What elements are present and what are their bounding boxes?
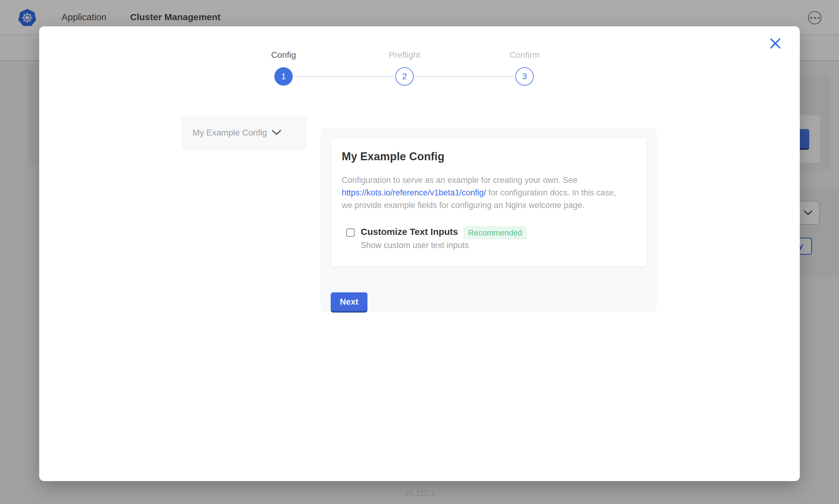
customize-text-inputs-help: Show custom user text inputs bbox=[361, 241, 469, 250]
step-label-preflight: Preflight bbox=[359, 50, 450, 60]
config-wizard-modal: Config Preflight Confirm 1 2 3 My Exampl… bbox=[39, 26, 800, 481]
config-panel: My Example Config Configuration to serve… bbox=[321, 128, 657, 312]
customize-text-inputs-label[interactable]: Customize Text Inputs bbox=[361, 227, 458, 237]
next-button[interactable]: Next bbox=[331, 292, 367, 312]
close-icon[interactable] bbox=[769, 37, 782, 50]
recommended-badge: Recommended bbox=[463, 226, 527, 239]
config-group-description: Configuration to serve as an example for… bbox=[342, 174, 642, 212]
step-connector-2 bbox=[415, 76, 514, 77]
config-group-dropdown-label: My Example Config bbox=[193, 128, 267, 138]
step-circle-3[interactable]: 3 bbox=[515, 67, 534, 86]
step-circle-1[interactable]: 1 bbox=[274, 67, 293, 86]
customize-text-inputs-checkbox[interactable] bbox=[346, 229, 355, 237]
step-label-config: Config bbox=[238, 50, 329, 60]
step-label-confirm: Confirm bbox=[479, 50, 570, 60]
config-group-card: My Example Config Configuration to serve… bbox=[331, 138, 647, 267]
step-circle-2[interactable]: 2 bbox=[395, 67, 414, 86]
step-connector-1 bbox=[294, 76, 394, 77]
config-group-title: My Example Config bbox=[342, 150, 444, 163]
chevron-down-icon bbox=[272, 130, 281, 136]
config-group-dropdown[interactable]: My Example Config bbox=[182, 115, 307, 150]
config-docs-link[interactable]: https://kots.io/reference/v1beta1/config… bbox=[342, 188, 486, 197]
